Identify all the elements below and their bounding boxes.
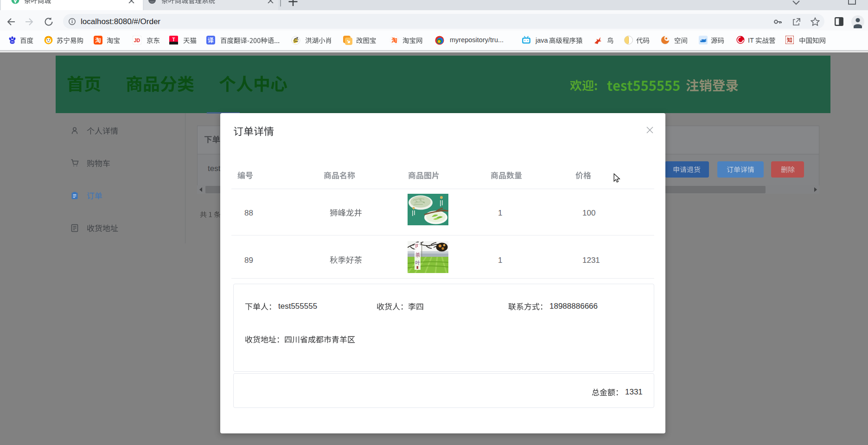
svg-text:JD: JD xyxy=(134,38,140,43)
svg-text:T: T xyxy=(172,37,175,42)
svg-text:du: du xyxy=(11,40,13,43)
